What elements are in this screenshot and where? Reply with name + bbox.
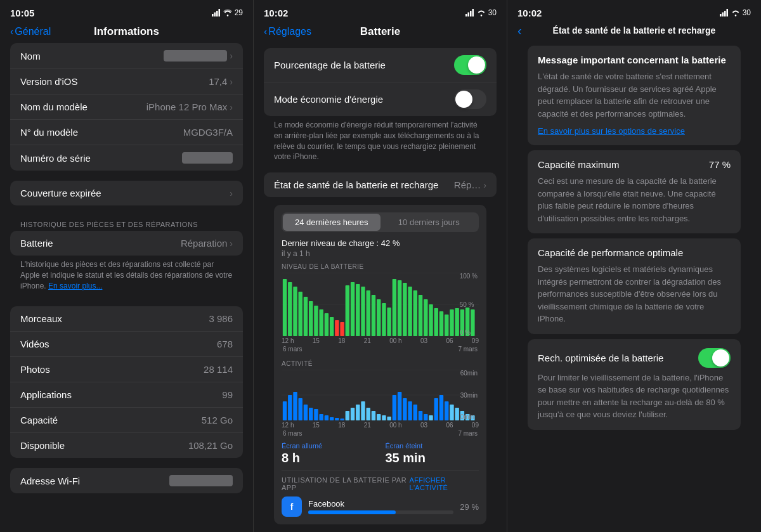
- batterie-item[interactable]: Batterie Réparation ›: [10, 231, 243, 256]
- nummodel-label: N° du modèle: [20, 127, 78, 138]
- toggle-eco-label: Mode économie d'énergie: [274, 94, 383, 105]
- svg-rect-43: [450, 309, 453, 336]
- toggle-pct-item[interactable]: Pourcentage de la batterie: [264, 48, 497, 82]
- chevron-sante: ›: [483, 180, 486, 190]
- rech-toggle[interactable]: [698, 348, 731, 368]
- status-icons-2: 30: [465, 8, 497, 17]
- xla-0: 12 h: [282, 422, 294, 429]
- back-button-2[interactable]: ‹ Réglages: [264, 26, 311, 37]
- serie-label: Numéro de série: [20, 153, 91, 164]
- page-title-2: Batterie: [360, 25, 400, 38]
- screen-off-label: Écran éteint: [386, 442, 479, 450]
- screen-on-label: Écran allumé: [282, 442, 375, 450]
- chevron-couverture: ›: [230, 188, 233, 198]
- alert-title: Message important concernant la batterie: [538, 55, 731, 65]
- activite-label: ACTIVITÉ: [282, 360, 479, 367]
- photos-item: Photos 28 114: [10, 357, 243, 382]
- chevron-model: ›: [230, 102, 233, 112]
- svg-rect-83: [450, 405, 453, 420]
- list-item-serie[interactable]: Numéro de série: [10, 145, 243, 171]
- ya-0: 0min: [460, 413, 478, 420]
- xl-4: 00 h: [389, 337, 401, 344]
- panel-batterie: 10:02 30 ‹ Réglages Batterie Pourcentage…: [254, 0, 507, 532]
- capacite-max-title: Capacité maximum: [538, 159, 619, 170]
- morceaux-label: Morceaux: [20, 313, 62, 324]
- sante-value: Rép…: [454, 179, 481, 190]
- ios-value: 17,4: [209, 76, 227, 87]
- usage-action[interactable]: AFFICHER L'ACTIVITÉ: [410, 476, 479, 491]
- facebook-bar-wrap: Facebook: [308, 499, 453, 514]
- svg-rect-67: [367, 408, 370, 420]
- svg-rect-55: [304, 405, 308, 420]
- svg-rect-23: [346, 285, 349, 336]
- chevron-ios: ›: [230, 77, 233, 87]
- sante-item[interactable]: État de santé de la batterie et recharge…: [264, 172, 497, 197]
- alert-text: L'état de santé de votre batterie s'est …: [538, 70, 731, 120]
- tab-24h[interactable]: 24 dernières heures: [283, 214, 380, 231]
- list-item-nummodel[interactable]: N° du modèle MGDG3F/A: [10, 120, 243, 145]
- svg-rect-6: [470, 11, 472, 16]
- svg-rect-16: [309, 301, 313, 336]
- svg-rect-2: [216, 11, 218, 16]
- svg-rect-1: [214, 13, 216, 17]
- performance-title: Capacité de performance optimale: [538, 247, 731, 258]
- svg-rect-36: [413, 290, 417, 336]
- svg-rect-21: [335, 320, 339, 336]
- signal-icon-2: [465, 9, 474, 16]
- performance-card: Capacité de performance optimale Des sys…: [528, 238, 741, 334]
- y-50: 50 %: [460, 301, 478, 308]
- savoir-plus-link[interactable]: En savoir plus...: [48, 282, 102, 290]
- morceaux-item: Morceaux 3 986: [10, 306, 243, 332]
- toggle-eco[interactable]: [454, 89, 486, 109]
- capacite-item: Capacité 512 Go: [10, 408, 243, 433]
- wifi-icon: [223, 9, 232, 16]
- performance-note: Des systèmes logiciels et matériels dyna…: [538, 263, 731, 325]
- svg-rect-64: [351, 408, 354, 420]
- capacite-max-note: Ceci est une mesure de la capacité de la…: [538, 175, 731, 224]
- signal-icon-3: [720, 9, 729, 16]
- usage-header: UTILISATION DE LA BATTERIE PAR APP AFFIC…: [282, 476, 479, 491]
- capacite-label: Capacité: [20, 415, 58, 425]
- svg-rect-27: [367, 290, 370, 336]
- svg-rect-31: [387, 308, 391, 336]
- svg-rect-35: [408, 287, 412, 336]
- svg-rect-84: [455, 408, 459, 420]
- disponible-label: Disponible: [20, 440, 65, 451]
- tab-10j[interactable]: 10 derniers jours: [380, 214, 478, 231]
- svg-rect-5: [467, 13, 469, 17]
- battery-chart: 100 % 50 % 0 %: [282, 273, 479, 336]
- svg-rect-78: [424, 414, 427, 420]
- videos-label: Vidéos: [20, 339, 49, 349]
- back-button-1[interactable]: ‹ Général: [10, 26, 51, 37]
- activity-chart: 60min 30min 0min: [282, 370, 479, 420]
- xl-6: 06: [446, 337, 453, 344]
- capacite-max-value: 77 %: [709, 159, 731, 170]
- svg-rect-30: [382, 303, 386, 336]
- status-icons-1: 29: [212, 8, 243, 17]
- wifi-icon-2: [477, 9, 486, 16]
- svg-rect-75: [408, 401, 412, 420]
- videos-value: 678: [217, 339, 233, 349]
- xla-6: 06: [446, 422, 453, 429]
- list-item-ios[interactable]: Version d'iOS 17,4 ›: [10, 69, 243, 94]
- toggle-eco-item[interactable]: Mode économie d'énergie: [264, 82, 497, 116]
- couverture-label: Couverture expirée: [20, 188, 101, 198]
- back-button-3[interactable]: ‹: [517, 23, 522, 38]
- svg-rect-34: [403, 283, 407, 336]
- toggle-pct[interactable]: [454, 55, 486, 75]
- alert-link[interactable]: En savoir plus sur les options de servic…: [538, 126, 685, 136]
- svg-rect-20: [330, 317, 334, 336]
- photos-label: Photos: [20, 364, 50, 375]
- rech-toggle-row: Rech. optimisée de la batterie: [538, 348, 731, 368]
- svg-rect-62: [340, 418, 344, 420]
- nom-redacted: [164, 50, 227, 62]
- couverture-item[interactable]: Couverture expirée ›: [10, 181, 243, 205]
- list-item-nom[interactable]: Nom ›: [10, 43, 243, 69]
- battery-2: 30: [488, 8, 497, 17]
- list-item-model[interactable]: Nom du modèle iPhone 12 Pro Max ›: [10, 94, 243, 120]
- screen-off-val: 35 min: [386, 451, 479, 465]
- svg-rect-79: [429, 415, 433, 420]
- svg-rect-3: [218, 9, 220, 16]
- rech-note: Pour limiter le vieillissement de la bat…: [538, 372, 731, 421]
- screen-time-row: Écran allumé 8 h Écran éteint 35 min: [282, 442, 479, 465]
